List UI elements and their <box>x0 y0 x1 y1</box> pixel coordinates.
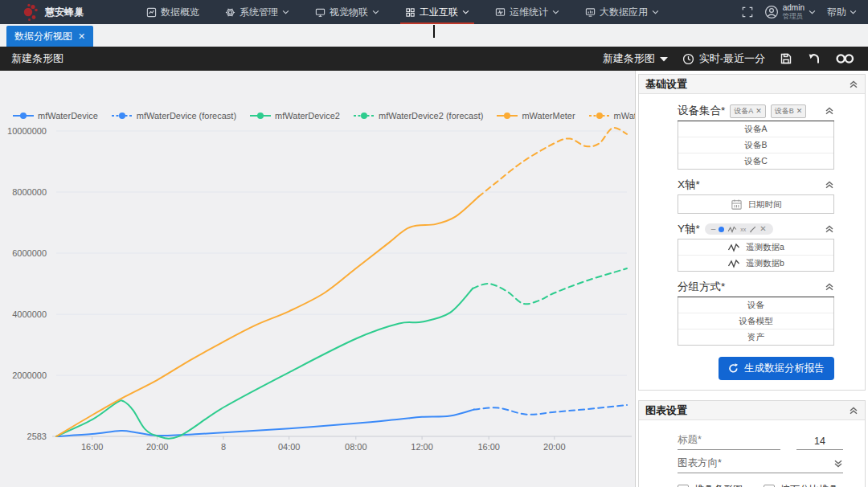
chart-settings-header: 图表设置 <box>639 401 865 420</box>
nav-item-bigdata[interactable]: 大数据应用 <box>572 0 672 24</box>
stacked-bar-option[interactable]: 堆叠条形图 <box>678 483 743 487</box>
nav-item-label: 工业互联 <box>420 6 458 19</box>
checkbox[interactable] <box>764 485 775 487</box>
page-title: 新建条形图 <box>11 51 63 66</box>
user-role: 管理员 <box>783 13 805 20</box>
x-axis-value[interactable]: 日期时间 <box>678 195 833 213</box>
settings-panel: 基础设置 设备集合* 设备A✕ 设备B✕ 设备A 设备B <box>635 71 868 487</box>
chart-type-dropdown[interactable]: 新建条形图 <box>603 51 668 66</box>
chevron-down-icon <box>660 56 668 62</box>
fullscreen-icon[interactable] <box>742 6 753 18</box>
collapse-up-icon[interactable] <box>825 283 834 291</box>
nav-item-data-overview[interactable]: 数据概览 <box>133 0 212 24</box>
chart-settings-body: 标题* 14 图表方向* <box>639 420 865 487</box>
nav-item-visual-iot[interactable]: 视觉物联 <box>302 0 392 24</box>
chevron-down-icon <box>850 10 857 14</box>
device-option[interactable]: 设备C <box>678 153 833 169</box>
chevron-down-icon <box>809 10 816 14</box>
text-caret <box>433 25 435 38</box>
legend-label: mfWaterDevice2 (forecast) <box>379 111 483 121</box>
svg-text:6000000: 6000000 <box>12 248 47 258</box>
device-option[interactable]: 设备A <box>678 121 833 137</box>
close-icon[interactable]: ✕ <box>796 107 803 115</box>
tab-data-analysis-view[interactable]: 数据分析视图 ✕ <box>6 26 93 47</box>
percent-stack-option[interactable]: 按百分比堆叠 <box>764 483 838 487</box>
undo-icon[interactable] <box>807 52 821 65</box>
svg-text:12:00: 12:00 <box>411 442 433 452</box>
time-range-selector[interactable]: 实时-最近一分 <box>682 51 765 66</box>
group-by-option[interactable]: 设备 <box>678 297 833 313</box>
collapse-down-icon[interactable] <box>833 460 843 468</box>
blue-dot <box>719 227 724 232</box>
close-icon[interactable]: ✕ <box>755 107 762 115</box>
legend-item[interactable]: mfWaterDevice2 (forecast) <box>354 111 483 121</box>
close-icon[interactable]: ✕ <box>760 225 766 233</box>
chart-options: 堆叠条形图 按百分比堆叠 显示值 <box>678 483 854 487</box>
device-option[interactable]: 设备B <box>678 137 833 153</box>
collapse-up-icon[interactable] <box>825 107 834 115</box>
device-tag-a[interactable]: 设备A✕ <box>730 104 766 118</box>
collapse-up-icon[interactable] <box>849 407 858 415</box>
chart-settings-section: 图表设置 标题* 14 图表方向* <box>638 400 866 487</box>
tag-label: 设备B <box>775 106 794 117</box>
title-input[interactable]: 标题* <box>678 433 780 450</box>
font-size-input[interactable]: 14 <box>796 436 843 450</box>
y-axis-label: Y轴* <box>678 222 700 236</box>
svg-text:2583: 2583 <box>27 432 47 441</box>
svg-text:20:00: 20:00 <box>543 442 566 452</box>
legend-label: mfWaterDevice (forecast) <box>137 111 236 121</box>
chevron-down-icon <box>462 10 469 14</box>
nav-item-system-mgmt[interactable]: 系统管理 <box>212 0 302 24</box>
legend-item[interactable]: mfWaterDevice <box>13 111 98 121</box>
x-axis-field: X轴* <box>678 178 834 194</box>
y-axis-options-list: 遥测数据a 遥测数据b <box>678 239 834 272</box>
collapse-up-icon[interactable] <box>825 225 834 233</box>
collapse-up-icon[interactable] <box>825 181 834 189</box>
minus-icon: – <box>711 225 716 233</box>
telemetry-option[interactable]: 遥测数据a <box>678 239 833 256</box>
section-title: 基础设置 <box>645 77 687 92</box>
svg-text:8000000: 8000000 <box>12 187 47 197</box>
tab-close-icon[interactable]: ✕ <box>78 31 85 42</box>
nav-item-label: 系统管理 <box>240 6 278 19</box>
basic-settings-header: 基础设置 <box>639 75 865 94</box>
edit-icon[interactable] <box>749 226 756 233</box>
y-axis-series-tag[interactable]: – xx ✕ <box>705 223 773 235</box>
line-icon <box>727 259 740 268</box>
bigdata-icon <box>585 7 596 18</box>
user-avatar-icon <box>764 5 779 19</box>
brand[interactable]: 慧安蜂巢 <box>23 2 84 22</box>
help-menu[interactable]: 帮助 <box>827 6 857 19</box>
device-tag-b[interactable]: 设备B✕ <box>771 104 807 118</box>
basic-settings-body: 设备集合* 设备A✕ 设备B✕ 设备A 设备B 设备C X轴* <box>639 94 865 390</box>
legend-item[interactable]: mfWaterDevice (forecast) <box>112 111 236 121</box>
svg-text:04:00: 04:00 <box>278 442 301 452</box>
nav-right: admin 管理员 帮助 <box>742 0 857 24</box>
svg-text:20:00: 20:00 <box>146 442 169 452</box>
collapse-up-icon[interactable] <box>849 80 858 88</box>
telemetry-option[interactable]: 遥测数据b <box>678 256 833 271</box>
save-icon[interactable] <box>780 52 792 65</box>
user-menu[interactable]: admin 管理员 <box>764 4 816 19</box>
legend-item[interactable]: mfWaterDevice2 <box>250 111 340 121</box>
group-by-option[interactable]: 资产 <box>678 329 833 345</box>
group-by-label: 分组方式* <box>678 280 725 294</box>
app-window: 慧安蜂巢 数据概览 系统管理 <box>0 0 868 487</box>
generate-report-button[interactable]: 生成数据分析报告 <box>719 357 834 380</box>
legend-item[interactable]: mWaterMeter <box>497 111 575 121</box>
dots: xx <box>740 227 746 232</box>
x-axis-value-box: 日期时间 <box>678 194 834 214</box>
x-axis-label: X轴* <box>678 178 700 192</box>
brand-name: 慧安蜂巢 <box>45 6 84 19</box>
top-nav: 慧安蜂巢 数据概览 系统管理 <box>0 0 868 24</box>
nav-item-ops-stats[interactable]: 运维统计 <box>482 0 572 24</box>
svg-text:10000000: 10000000 <box>7 126 47 136</box>
link-icon[interactable] <box>835 53 855 64</box>
group-by-option[interactable]: 设备模型 <box>678 313 833 329</box>
nav-item-industrial-iot[interactable]: 工业互联 <box>392 0 482 24</box>
checkbox[interactable] <box>678 485 689 487</box>
nav-item-label: 数据概览 <box>161 6 199 19</box>
group-by-options-list: 设备 设备模型 资产 <box>678 297 834 346</box>
chart-direction-select[interactable]: 图表方向* <box>678 456 843 473</box>
y-axis-field: Y轴* – xx ✕ <box>678 222 834 239</box>
